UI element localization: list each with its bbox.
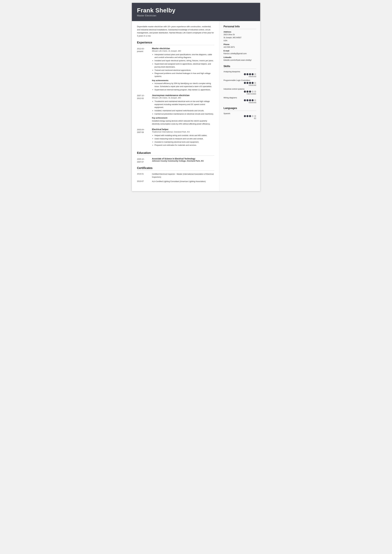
email-label: E-mail	[224, 50, 256, 52]
edu-detail-1: Associate of Science in Electrical Techn…	[152, 158, 214, 163]
key-ach-bullet: Increased efficiency by 33% by identifyi…	[154, 82, 214, 88]
phone-value: 415 555 2671	[224, 46, 256, 49]
skill-dot	[246, 82, 248, 84]
skill-dots-2	[224, 82, 256, 84]
candidate-title: Master Electrician	[137, 14, 255, 17]
skill-level-1: Advanced	[224, 76, 256, 77]
skill-dot	[246, 99, 248, 101]
exp-bullet: Carried out preventive maintenance on el…	[154, 112, 214, 116]
exp-company-1: Mosaic Life Claire, St Joseph, MO	[152, 50, 214, 52]
candidate-name: Frank Shelby	[137, 7, 255, 14]
lang-name-1: Spanish	[224, 112, 256, 115]
exp-date-1: 2012-03 -present	[137, 47, 152, 92]
exp-company-3: Tradesman International, Overland Park, …	[152, 131, 214, 133]
linkedin-label: LinkedIn	[224, 56, 256, 58]
skill-dot	[252, 73, 254, 75]
experience-title: Experience	[137, 41, 214, 45]
main-column: Dependable master electrician with 10+ y…	[132, 21, 219, 191]
skill-name-2: Programmable Logic Controllers	[224, 79, 256, 81]
skill-level-3: Intermediate	[224, 93, 256, 95]
edu-school-1: Johnson County Community College, Overla…	[152, 160, 214, 162]
skill-entry-1: Analyzing blueprints Advanced	[224, 70, 256, 77]
key-ach-bullet: Supervised an internal training program,…	[154, 88, 214, 91]
resume-header: Frank Shelby Master Electrician	[132, 3, 260, 21]
exp-bullet: Prepared cost estimates for materials an…	[154, 144, 214, 147]
exp-bullet: Used measuring tools to measure and cut …	[154, 137, 214, 140]
skill-dots-1	[224, 73, 256, 75]
lang-dots-1	[224, 115, 256, 117]
exp-jobtitle-1: Master electrician	[152, 47, 214, 49]
exp-bullet: Helped with installing wiring and condui…	[154, 134, 214, 137]
exp-company-2: Mosaic Life Claire, St Joseph, MO	[152, 97, 214, 99]
skill-dots-3	[224, 90, 256, 93]
summary-text: Dependable master electrician with 10+ y…	[137, 25, 214, 37]
skill-dots-4	[224, 99, 256, 101]
exp-bullet: Installed and repair electrical systems,…	[154, 59, 214, 62]
phone-label: Phone	[224, 43, 256, 45]
edu-entry-1: 2005-10 -2007-07 Associate of Science in…	[137, 158, 214, 163]
sidebar-column: Personal Info Address 2823 Olive StSt Jo…	[219, 21, 260, 191]
skill-dot	[246, 90, 248, 93]
skill-dot	[252, 99, 254, 101]
skill-dot	[249, 90, 251, 93]
exp-bullet: Diagnosed problems and checked leakages …	[154, 72, 214, 78]
exp-date-2: 2007-10 -2012-02	[137, 94, 152, 125]
exp-bullet: Supervised and assigned work to apprenti…	[154, 62, 214, 69]
exp-entry-1: 2012-03 -present Master electrician Mosa…	[137, 47, 214, 92]
address-label: Address	[224, 31, 256, 33]
exp-bullets-3: Helped with installing wiring and condui…	[152, 134, 214, 147]
skill-entry-3: Industrial control systems Intermediate	[224, 88, 256, 95]
skills-title: Skills	[224, 65, 256, 69]
skill-dot	[249, 73, 251, 75]
cert-detail-2: ALA Certified Lighting Consultant (Ameri…	[152, 180, 214, 183]
education-title: Education	[137, 151, 214, 156]
exp-detail-1: Master electrician Mosaic Life Claire, S…	[152, 47, 214, 92]
cert-date-1: 2016-01	[137, 173, 152, 179]
experience-section: Experience 2012-03 -present Master elect…	[137, 41, 214, 148]
skill-entry-2: Programmable Logic Controllers Advanced	[224, 79, 256, 86]
lang-level-1: B2	[224, 117, 256, 119]
exp-entry-2: 2007-10 -2012-02 Journeyman maintenance …	[137, 94, 214, 125]
edu-degree-1: Associate of Science in Electrical Techn…	[152, 158, 214, 160]
languages-title: Languages	[224, 107, 256, 111]
exp-bullets-2: Troubleshot and maintained electrical wo…	[152, 100, 214, 115]
skill-dot	[246, 73, 248, 75]
skill-name-1: Analyzing blueprints	[224, 70, 256, 73]
exp-bullet: Assisted in maintaining electrical tools…	[154, 141, 214, 144]
cert-detail-1: Certified Electrical Inspector - Master …	[152, 173, 214, 179]
personal-info-title: Personal Info	[224, 25, 256, 29]
key-ach-text-2: Installed energy saving devices which re…	[152, 119, 214, 125]
skill-dot	[244, 73, 246, 75]
skill-dot	[249, 115, 251, 117]
cert-entry-2: 2010-07 ALA Certified Lighting Consultan…	[137, 180, 214, 183]
exp-detail-3: Electrical helper Tradesman Internationa…	[152, 128, 214, 148]
exp-bullet: Interpreted contract plans and specifica…	[154, 53, 214, 59]
email-value: francis.s.shelby@gmail.com	[224, 52, 256, 55]
skill-dot	[249, 99, 251, 101]
exp-bullets-1: Interpreted contract plans and specifica…	[152, 53, 214, 78]
lang-entry-1: Spanish B2	[224, 112, 256, 119]
linkedin-value: linkedin.com/in/frank-sean-shelby/	[224, 59, 256, 62]
skills-section: Skills Analyzing blueprints Advanced Pro…	[224, 65, 256, 104]
exp-bullet: Troubleshot and maintained electrical wo…	[154, 100, 214, 109]
personal-info-section: Personal Info Address 2823 Olive StSt Jo…	[224, 25, 256, 62]
address-value: 2823 Olive StSt Joseph, MO 64507USA	[224, 33, 256, 42]
cert-date-2: 2010-07	[137, 180, 152, 183]
skill-dot	[254, 99, 256, 101]
key-ach-label-2: Key achievement:	[152, 117, 214, 119]
skill-dot	[254, 73, 256, 75]
exp-date-3: 2003-04 -2007-08	[137, 128, 152, 148]
skill-name-3: Industrial control systems	[224, 88, 256, 90]
exp-entry-3: 2003-04 -2007-08 Electrical helper Trade…	[137, 128, 214, 148]
resume-container: Frank Shelby Master Electrician Dependab…	[132, 3, 260, 191]
education-section: Education 2005-10 -2007-07 Associate of …	[137, 151, 214, 163]
skill-dot	[254, 82, 256, 84]
skill-dot	[252, 82, 254, 84]
skill-dot	[244, 115, 246, 117]
skill-entry-4: Wiring diagrams Advanced	[224, 97, 256, 104]
skill-name-4: Wiring diagrams	[224, 97, 256, 99]
skill-dot	[246, 115, 248, 117]
key-ach-bullets-1: Increased efficiency by 33% by identifyi…	[152, 82, 214, 91]
certificates-title: Certificates	[137, 166, 214, 171]
key-ach-label-1: Key achievements:	[152, 79, 214, 82]
